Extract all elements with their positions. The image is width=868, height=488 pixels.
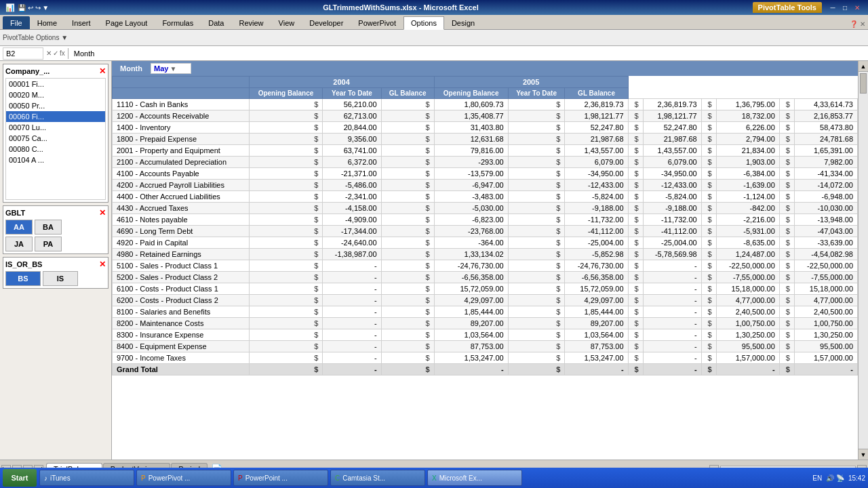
tab-insert[interactable]: Insert: [64, 16, 98, 29]
row-label-cell: 2001 - Property and Equipment: [113, 145, 250, 157]
row-label-cell: 2100 - Accumulated Depreciation: [113, 157, 250, 168]
tab-file[interactable]: File: [3, 16, 30, 29]
dollar-sign-cell: $: [779, 318, 794, 329]
pivot-tools-tab[interactable]: PivotTable Tools: [753, 2, 822, 13]
gblt-btn-ja[interactable]: JA: [5, 237, 33, 251]
dollar-sign-cell: $: [381, 110, 434, 122]
tab-review[interactable]: Review: [231, 16, 271, 29]
minimize-button[interactable]: ─: [827, 3, 838, 12]
company-filter-close[interactable]: ✕: [99, 66, 106, 76]
tab-formulas[interactable]: Formulas: [155, 16, 201, 29]
dollar-sign-cell: $: [628, 237, 643, 249]
tab-view[interactable]: View: [271, 16, 302, 29]
table-row: 8200 - Maintenance Costs$-$89,207.00$89,…: [113, 318, 858, 329]
taskbar-camtasia[interactable]: C Camtasia St...: [330, 470, 425, 486]
value-cell: 1,30,250.00: [794, 329, 857, 341]
quick-access: 💾 ↩ ↪ ▼: [18, 4, 49, 12]
gblt-btn-aa[interactable]: AA: [5, 220, 33, 235]
gblt-btn-ba[interactable]: BA: [35, 220, 62, 235]
value-cell: 2,40,500.00: [716, 306, 779, 318]
value-cell: -34,950.00: [643, 168, 701, 180]
value-cell: -5,852.98: [565, 249, 628, 260]
row-label-cell: 1200 - Accounts Receivable: [113, 110, 250, 122]
value-cell: -9,188.00: [643, 203, 701, 214]
scroll-down-button[interactable]: ▼: [859, 449, 868, 460]
formula-content[interactable]: Month: [71, 49, 865, 58]
scroll-track[interactable]: [859, 72, 868, 449]
value-cell: -41,112.00: [643, 226, 701, 237]
dollar-sign-cell: $: [701, 260, 716, 272]
value-cell: -293.00: [434, 157, 508, 168]
taskbar-powerpoint[interactable]: P PowerPoint ...: [233, 470, 328, 486]
value-cell: -11,732.00: [643, 214, 701, 226]
value-cell: -: [323, 283, 381, 295]
scroll-thumb[interactable]: [860, 73, 867, 94]
col-sub-ytd-2004: Year To Date: [323, 88, 381, 99]
confirm-formula-icon[interactable]: ✓: [53, 49, 58, 57]
insert-function-icon[interactable]: fx: [60, 49, 65, 57]
dollar-sign-cell: $: [779, 329, 794, 341]
right-scrollbar[interactable]: ▲ ▼: [858, 61, 868, 460]
gblt-btn-pa[interactable]: PA: [35, 237, 62, 251]
value-cell: 1,57,000.00: [716, 352, 779, 364]
isorbs-btn-bs[interactable]: BS: [5, 271, 41, 286]
formula-icons: ✕ ✓ fx: [46, 49, 65, 57]
col-sub-ob-2004: Opening Balance: [249, 88, 323, 99]
row-label-cell: 6200 - Costs - Product Class 2: [113, 295, 250, 306]
close-button[interactable]: ✕: [852, 3, 863, 12]
isorbs-filter-close[interactable]: ✕: [99, 260, 106, 269]
company-filter-list[interactable]: 00001 Fi... 00020 M... 00050 Pr... 00060…: [5, 78, 106, 200]
start-button[interactable]: Start: [3, 469, 37, 487]
dollar-sign-cell: $: [779, 145, 794, 157]
value-cell: 31,403.80: [434, 122, 508, 134]
tab-powerpivot[interactable]: PowerPivot: [351, 16, 403, 29]
company-item-2[interactable]: 00020 M...: [6, 89, 105, 100]
dollar-sign-cell: $: [508, 180, 565, 191]
company-item-8[interactable]: 00104 A ...: [6, 155, 105, 165]
dollar-sign-cell: $: [249, 352, 323, 364]
table-row: 4200 - Accrued Payroll Liabilities$-5,48…: [113, 180, 858, 191]
dollar-sign-cell: $: [508, 157, 565, 168]
company-item-4[interactable]: 00060 Fi...: [6, 111, 105, 122]
scroll-up-button[interactable]: ▲: [859, 61, 868, 72]
company-item-5[interactable]: 00070 Lu...: [6, 122, 105, 133]
taskbar-itunes[interactable]: ♪ iTunes: [39, 470, 134, 486]
value-cell: 4,77,000.00: [716, 295, 779, 306]
main-area: Company_... ✕ 00001 Fi... 00020 M... 000…: [0, 61, 868, 460]
taskbar-powerpivot[interactable]: P PowerPivot ...: [136, 470, 231, 486]
dollar-sign-cell: $: [508, 110, 565, 122]
month-filter-dropdown[interactable]: May ▼: [151, 63, 191, 74]
tab-home[interactable]: Home: [30, 16, 64, 29]
tab-developer[interactable]: Developer: [302, 16, 351, 29]
value-cell: 1,35,408.77: [434, 110, 508, 122]
company-item-1[interactable]: 00001 Fi...: [6, 79, 105, 89]
tab-options[interactable]: Options: [403, 16, 444, 30]
table-row: 9700 - Income Taxes$-$1,53,247.00$1,53,2…: [113, 352, 858, 364]
value-cell: 62,713.00: [323, 110, 381, 122]
dollar-sign-cell: $: [779, 306, 794, 318]
isorbs-filter-title: IS_OR_BS: [5, 260, 42, 268]
company-item-6[interactable]: 00075 Ca...: [6, 133, 105, 144]
company-item-3[interactable]: 00050 Pr...: [6, 100, 105, 111]
taskbar-excel[interactable]: X Microsoft Ex...: [427, 470, 522, 486]
gblt-filter-close[interactable]: ✕: [99, 208, 106, 218]
gblt-filter-title: GBLT: [5, 209, 25, 217]
row-label-cell: Grand Total: [113, 364, 250, 375]
cell-reference-input[interactable]: [3, 47, 43, 60]
col-sub-gl-2004: GL Balance: [381, 88, 434, 99]
value-cell: -5,824.00: [643, 191, 701, 203]
itunes-label: iTunes: [50, 474, 71, 482]
dollar-sign-cell: $: [628, 134, 643, 145]
dollar-sign-cell: $: [508, 134, 565, 145]
company-item-7[interactable]: 00080 C...: [6, 144, 105, 155]
company-filter-header: Company_... ✕: [5, 66, 106, 76]
tab-data[interactable]: Data: [201, 16, 231, 29]
tab-page-layout[interactable]: Page Layout: [98, 16, 155, 29]
help-icon[interactable]: ❓ ✕: [850, 20, 865, 28]
cancel-formula-icon[interactable]: ✕: [46, 49, 52, 57]
tab-design[interactable]: Design: [444, 16, 482, 29]
table-container[interactable]: 2004 2005 Opening Balance Year To Date G…: [112, 76, 858, 455]
restore-button[interactable]: □: [840, 3, 850, 12]
dollar-sign-cell: $: [381, 352, 434, 364]
isorbs-btn-is[interactable]: IS: [43, 271, 78, 286]
